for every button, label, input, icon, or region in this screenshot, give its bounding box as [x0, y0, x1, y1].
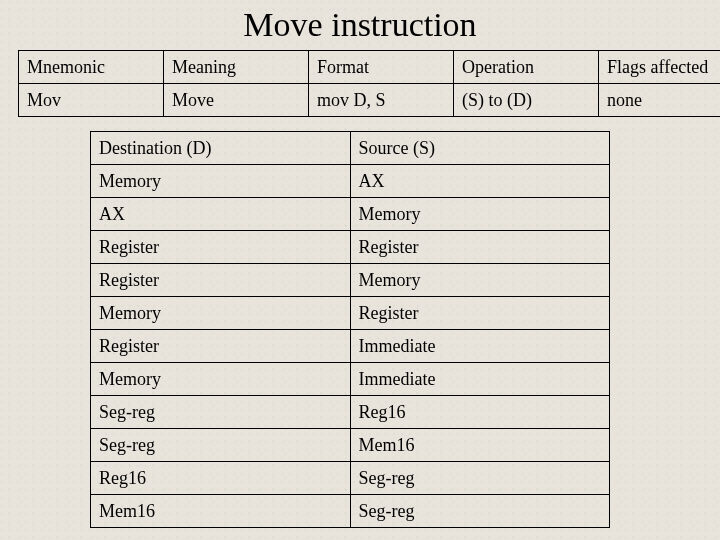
data-cell: Register [350, 231, 610, 264]
data-cell: Immediate [350, 330, 610, 363]
data-cell: Seg-reg [91, 396, 351, 429]
data-cell: Memory [91, 165, 351, 198]
table-row: Register Memory [91, 264, 610, 297]
data-cell: Memory [350, 198, 610, 231]
data-cell: mov D, S [309, 84, 454, 117]
data-cell: Mem16 [350, 429, 610, 462]
header-cell: Source (S) [350, 132, 610, 165]
table-row: Memory Immediate [91, 363, 610, 396]
table-row: Memory AX [91, 165, 610, 198]
data-cell: Immediate [350, 363, 610, 396]
data-cell: none [599, 84, 721, 117]
table-row: AX Memory [91, 198, 610, 231]
data-cell: AX [91, 198, 351, 231]
data-cell: Register [91, 330, 351, 363]
table-row: Destination (D) Source (S) [91, 132, 610, 165]
data-cell: Mov [19, 84, 164, 117]
table-row: Reg16 Seg-reg [91, 462, 610, 495]
header-cell: Format [309, 51, 454, 84]
table-row: Register Immediate [91, 330, 610, 363]
data-cell: Register [91, 264, 351, 297]
operand-table: Destination (D) Source (S) Memory AX AX … [90, 131, 610, 528]
data-cell: Seg-reg [91, 429, 351, 462]
data-cell: Seg-reg [350, 462, 610, 495]
page-title: Move instruction [0, 0, 720, 50]
header-cell: Meaning [164, 51, 309, 84]
header-cell: Mnemonic [19, 51, 164, 84]
data-cell: Reg16 [91, 462, 351, 495]
data-cell: Register [350, 297, 610, 330]
data-cell: Move [164, 84, 309, 117]
header-cell: Operation [454, 51, 599, 84]
header-cell: Destination (D) [91, 132, 351, 165]
table-row: Seg-reg Reg16 [91, 396, 610, 429]
table-row: Seg-reg Mem16 [91, 429, 610, 462]
data-cell: Mem16 [91, 495, 351, 528]
data-cell: AX [350, 165, 610, 198]
data-cell: Memory [91, 363, 351, 396]
header-cell: Flags affected [599, 51, 721, 84]
table-row: Mov Move mov D, S (S) to (D) none [19, 84, 721, 117]
table-row: Register Register [91, 231, 610, 264]
table-row: Mem16 Seg-reg [91, 495, 610, 528]
data-cell: Memory [350, 264, 610, 297]
data-cell: Register [91, 231, 351, 264]
data-cell: Memory [91, 297, 351, 330]
data-cell: Reg16 [350, 396, 610, 429]
table-row: Mnemonic Meaning Format Operation Flags … [19, 51, 721, 84]
data-cell: Seg-reg [350, 495, 610, 528]
data-cell: (S) to (D) [454, 84, 599, 117]
instruction-table: Mnemonic Meaning Format Operation Flags … [18, 50, 720, 117]
table-row: Memory Register [91, 297, 610, 330]
